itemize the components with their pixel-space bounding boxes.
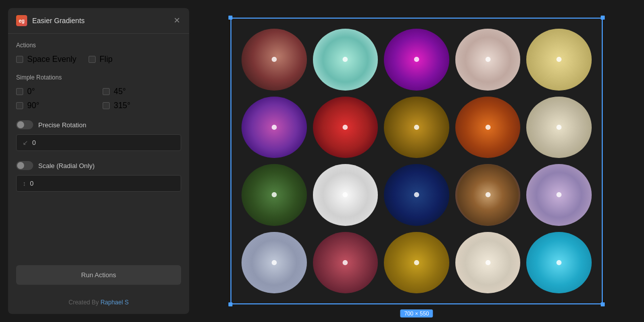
gradient-circle-6[interactable] — [242, 97, 307, 158]
gradient-circle-9[interactable] — [455, 97, 521, 158]
flip-checkbox[interactable] — [89, 56, 96, 63]
space-evenly-checkbox[interactable] — [16, 56, 23, 63]
precise-rotation-input-field: ↙ — [16, 134, 181, 151]
rotation-90-checkbox[interactable] — [16, 102, 23, 109]
gradient-circle-2[interactable] — [313, 29, 378, 91]
rotation-0-item[interactable]: 0° — [16, 87, 95, 96]
rotation-90-item[interactable]: 90° — [16, 101, 95, 110]
scale-toggle-row: Scale (Radial Only) — [16, 161, 181, 170]
run-actions-button[interactable]: Run Actions — [16, 265, 181, 285]
flip-label: Flip — [100, 55, 113, 64]
rotations-section: Simple Rotations 0° 45° 90° 315° — [16, 74, 181, 110]
precise-rotation-label: Precise Rotation — [38, 121, 86, 129]
rotation-0-label: 0° — [27, 87, 35, 96]
scale-input[interactable] — [30, 180, 175, 187]
rotation-315-item[interactable]: 315° — [103, 101, 181, 110]
precise-rotation-toggle[interactable] — [16, 120, 33, 129]
actions-section: Actions Space Evenly Flip — [16, 42, 181, 64]
rotation-0-checkbox[interactable] — [16, 88, 23, 95]
gradient-circle-10[interactable] — [526, 97, 592, 158]
scale-label: Scale (Radial Only) — [38, 162, 95, 170]
rotation-90-label: 90° — [27, 101, 39, 110]
gradient-circle-3[interactable] — [384, 29, 449, 91]
flip-checkbox-item[interactable]: Flip — [89, 55, 113, 64]
panel-footer: Created By Raphael S — [8, 293, 189, 314]
corner-handle-br[interactable] — [601, 302, 605, 306]
rotation-45-checkbox[interactable] — [103, 88, 110, 95]
canvas-area: 700 × 550 — [189, 0, 644, 322]
panel-title: Easier Gradients — [32, 17, 168, 25]
space-evenly-checkbox-item[interactable]: Space Evenly — [16, 55, 76, 64]
gradient-circle-16[interactable] — [242, 232, 307, 294]
gradient-circle-1[interactable] — [242, 29, 307, 91]
panel-body: Actions Space Evenly Flip Simple Rotatio… — [8, 34, 189, 293]
gradient-circle-4[interactable] — [455, 29, 521, 91]
scale-input-icon: ↕ — [23, 180, 26, 187]
gradient-circle-11[interactable] — [242, 164, 307, 226]
rotation-315-checkbox[interactable] — [103, 102, 110, 109]
rotation-315-label: 315° — [114, 101, 130, 110]
corner-handle-bl[interactable] — [228, 302, 232, 306]
gradient-circle-12[interactable] — [313, 164, 378, 226]
gradient-circle-7[interactable] — [313, 97, 378, 158]
precise-rotation-input[interactable] — [32, 139, 175, 146]
scale-input-field: ↕ — [16, 175, 181, 192]
close-button[interactable]: ✕ — [173, 16, 181, 26]
plugin-logo: eg — [16, 15, 27, 26]
creator-link[interactable]: Raphael S — [101, 299, 129, 306]
gradient-circle-20[interactable] — [526, 232, 592, 294]
gradient-circle-17[interactable] — [313, 232, 378, 294]
scale-section: Scale (Radial Only) ↕ — [16, 161, 181, 192]
gradient-circle-14[interactable] — [455, 164, 521, 226]
panel-header: eg Easier Gradients ✕ — [8, 8, 189, 34]
gradient-circle-15[interactable] — [526, 164, 592, 226]
scale-toggle[interactable] — [16, 161, 33, 170]
precise-rotation-section: Precise Rotation ↙ — [16, 120, 181, 151]
canvas-size-label: 700 × 550 — [400, 309, 433, 317]
rotations-grid: 0° 45° 90° 315° — [16, 87, 181, 110]
gradient-circle-8[interactable] — [384, 97, 449, 158]
plugin-panel: eg Easier Gradients ✕ Actions Space Even… — [8, 8, 189, 314]
circles-grid — [231, 19, 602, 303]
rotation-input-icon: ↙ — [23, 139, 28, 146]
gradient-circle-18[interactable] — [384, 232, 449, 294]
rotation-45-item[interactable]: 45° — [103, 87, 181, 96]
actions-checkboxes: Space Evenly Flip — [16, 55, 181, 64]
rotations-label: Simple Rotations — [16, 74, 181, 81]
gradient-circle-5[interactable] — [526, 29, 592, 91]
space-evenly-label: Space Evenly — [27, 55, 76, 64]
actions-label: Actions — [16, 42, 181, 49]
rotation-45-label: 45° — [114, 87, 126, 96]
canvas-frame: 700 × 550 — [230, 18, 603, 304]
precise-toggle-row: Precise Rotation — [16, 120, 181, 129]
gradient-circle-19[interactable] — [455, 232, 521, 294]
gradient-circle-13[interactable] — [384, 164, 449, 226]
footer-text: Created By — [68, 299, 100, 306]
